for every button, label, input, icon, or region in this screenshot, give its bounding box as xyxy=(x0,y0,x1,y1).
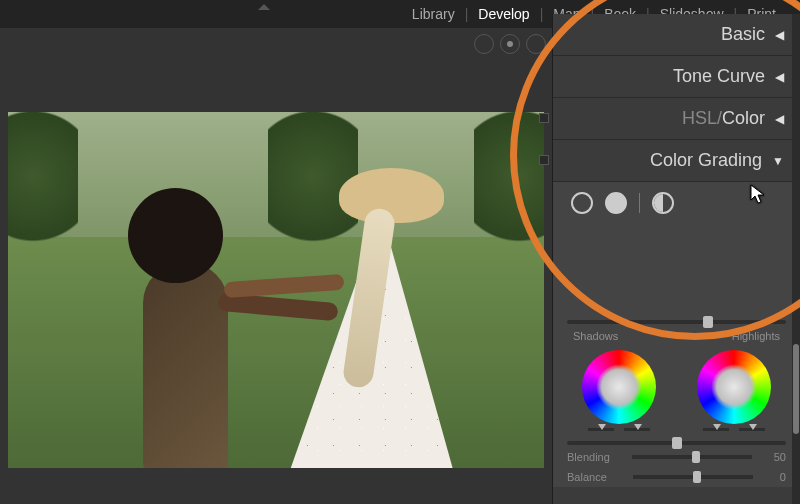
shadows-sat-slider[interactable] xyxy=(624,428,650,431)
disclosure-triangle-icon: ▼ xyxy=(772,154,784,168)
shadows-wheel[interactable] xyxy=(575,350,663,431)
blending-label: Blending xyxy=(567,451,610,463)
mask-mode-icons xyxy=(474,34,552,54)
panel-hsl-color[interactable]: HSL / Color ◀ xyxy=(553,98,800,140)
nav-separator: | xyxy=(534,6,550,22)
nav-develop[interactable]: Develop xyxy=(474,6,533,22)
nav-separator: | xyxy=(459,6,475,22)
panel-basic[interactable]: Basic ◀ xyxy=(553,14,800,56)
view-switch-separator xyxy=(639,193,640,213)
panel-tone-curve-label: Tone Curve xyxy=(673,66,765,87)
highlights-sat-slider[interactable] xyxy=(739,428,765,431)
highlights-hue-ring-icon[interactable] xyxy=(697,350,771,424)
mask-ellipse-icon[interactable] xyxy=(474,34,494,54)
balance-label: Balance xyxy=(567,471,607,483)
midtones-solo-icon[interactable] xyxy=(652,192,674,214)
highlights-lum-slider[interactable] xyxy=(703,428,729,431)
blending-slider[interactable] xyxy=(632,455,752,459)
mask-brush-icon[interactable] xyxy=(526,34,546,54)
color-grading-row-slider[interactable] xyxy=(553,435,800,447)
balance-slider[interactable] xyxy=(633,475,753,479)
disclosure-triangle-icon: ◀ xyxy=(775,70,784,84)
color-wheels-row xyxy=(553,344,800,435)
shadows-solo-icon[interactable] xyxy=(605,192,627,214)
panel-hsl-label: HSL xyxy=(682,108,717,129)
lightroom-app: Library | Develop | Map | Book | Slidesh… xyxy=(0,0,800,504)
shadows-hue-ring-icon[interactable] xyxy=(582,350,656,424)
color-grading-global-slider[interactable] xyxy=(553,314,800,326)
image-viewer[interactable] xyxy=(8,112,544,468)
photo-preview xyxy=(8,112,544,468)
filmstrip-toggle-icon[interactable] xyxy=(258,4,270,10)
disclosure-triangle-icon: ◀ xyxy=(775,28,784,42)
color-grading-body: Shadows Highlights xyxy=(553,182,800,487)
balance-row: Balance 0 xyxy=(553,467,800,487)
color-grading-spacer xyxy=(553,224,800,314)
balance-value[interactable]: 0 xyxy=(780,471,786,483)
panel-color-grading-label: Color Grading xyxy=(650,150,762,171)
panel-scrollbar[interactable] xyxy=(792,14,800,504)
shadows-lum-slider[interactable] xyxy=(588,428,614,431)
disclosure-triangle-icon: ◀ xyxy=(775,112,784,126)
panel-toggle-switch[interactable] xyxy=(539,113,549,123)
color-grading-view-switch xyxy=(553,182,800,224)
shadows-label: Shadows xyxy=(573,330,618,342)
panel-basic-label: Basic xyxy=(721,24,765,45)
panel-scroll-thumb[interactable] xyxy=(793,344,799,434)
highlights-label: Highlights xyxy=(732,330,780,342)
mask-radial-icon[interactable] xyxy=(500,34,520,54)
wheel-section-labels: Shadows Highlights xyxy=(553,326,800,344)
blending-row: Blending 50 xyxy=(553,447,800,467)
three-way-icon[interactable] xyxy=(571,192,593,214)
highlights-wheel[interactable] xyxy=(690,350,778,431)
develop-panels: Basic ◀ Tone Curve ◀ HSL / Color ◀ Color… xyxy=(552,14,800,504)
panel-toggle-switch[interactable] xyxy=(539,155,549,165)
nav-library[interactable]: Library xyxy=(408,6,459,22)
panel-color-grading[interactable]: Color Grading ▼ xyxy=(553,140,800,182)
tool-strip xyxy=(0,28,552,108)
panel-color-label: Color xyxy=(722,108,765,129)
panel-tone-curve[interactable]: Tone Curve ◀ xyxy=(553,56,800,98)
blending-value[interactable]: 50 xyxy=(774,451,786,463)
